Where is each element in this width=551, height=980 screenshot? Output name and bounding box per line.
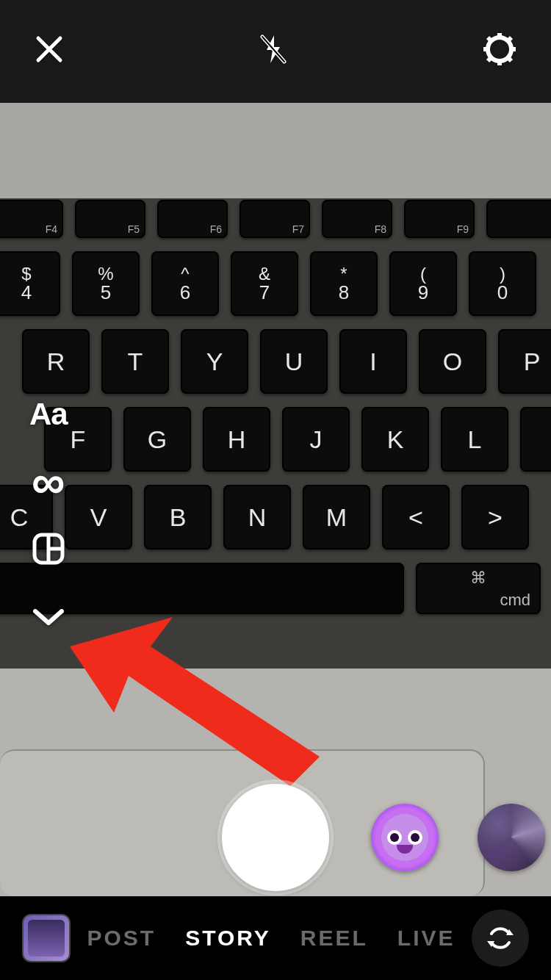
story-side-tools: Aa ∞ [29,397,68,632]
effect-filter-2[interactable] [478,804,545,871]
close-icon[interactable] [34,34,65,68]
keyboard-row-2: RTYUIOP [22,329,551,394]
keyboard-key [520,407,551,472]
capture-mode-selector[interactable]: POSTSTORYREELLIVE [71,926,472,951]
keyboard-key: (9 [389,251,457,316]
keyboard-key: T [101,329,169,394]
keyboard-key: G [123,407,191,472]
keyboard-key: N [223,485,291,550]
keyboard-key: J [282,407,350,472]
keyboard-fn-row: F4F5F6F7F8F9 [0,200,551,238]
keyboard-key: F6 [157,200,228,238]
keyboard-key: F8 [322,200,392,238]
shutter-button[interactable] [222,784,329,891]
keyboard-key: F9 [404,200,475,238]
settings-icon[interactable] [482,32,517,70]
layout-tool-icon[interactable] [32,532,65,569]
keyboard-key: B [144,485,212,550]
svg-line-7 [488,37,491,40]
keyboard-key: P [498,329,551,394]
svg-line-8 [508,58,511,61]
story-camera-screen: F4F5F6F7F8F9 $4%5^6&7*8(9)0 RTYUIOP FGHJ… [0,0,551,980]
svg-line-10 [488,58,491,61]
cmd-label: cmd [500,591,530,610]
cmd-symbol: ⌘ [470,569,486,588]
keyboard-key: U [260,329,328,394]
gallery-thumbnail[interactable] [22,914,71,962]
mode-post[interactable]: POST [87,926,156,951]
svg-line-9 [508,37,511,40]
keyboard-key: &7 [231,251,298,316]
keyboard-row-4: CVBNM<> [0,485,551,550]
capture-row [0,779,551,896]
keyboard-key: K [361,407,429,472]
keyboard-num-row: $4%5^6&7*8(9)0 [0,251,551,316]
flash-off-icon[interactable] [256,32,290,69]
effect-filter-1[interactable] [371,804,439,871]
bottom-bar: POSTSTORYREELLIVE [0,896,551,980]
keyboard-key: R [22,329,90,394]
keyboard-key: *8 [310,251,378,316]
keyboard-key: F7 [240,200,310,238]
keyboard-key: V [65,485,132,550]
mode-live[interactable]: LIVE [397,926,455,951]
chevron-down-icon[interactable] [32,607,65,632]
keyboard-key: M [303,485,370,550]
keyboard-key: < [382,485,450,550]
keyboard-key: > [461,485,529,550]
keyboard-key: O [419,329,486,394]
keyboard-key: F4 [0,200,63,238]
keyboard-key: ^6 [151,251,219,316]
keyboard-bottom-row: ⌘ cmd [0,563,551,614]
keyboard-key: I [339,329,407,394]
keyboard-key: Y [181,329,248,394]
mode-reel[interactable]: REEL [300,926,368,951]
camera-viewfinder[interactable]: F4F5F6F7F8F9 $4%5^6&7*8(9)0 RTYUIOP FGHJ… [0,0,551,896]
text-tool-icon[interactable]: Aa [29,397,68,432]
keyboard-key: $4 [0,251,60,316]
keyboard-row-3: FGHJKL [44,407,551,472]
keyboard-key [486,200,551,238]
keyboard-key: L [441,407,508,472]
boomerang-tool-icon[interactable]: ∞ [32,470,65,494]
switch-camera-button[interactable] [472,909,529,967]
svg-point-2 [488,37,511,61]
mode-story[interactable]: STORY [185,926,271,951]
keyboard-key: %5 [72,251,140,316]
camera-topbar [0,32,551,69]
keyboard-key: )0 [469,251,536,316]
keyboard-key: F5 [75,200,145,238]
keyboard-key: H [203,407,270,472]
